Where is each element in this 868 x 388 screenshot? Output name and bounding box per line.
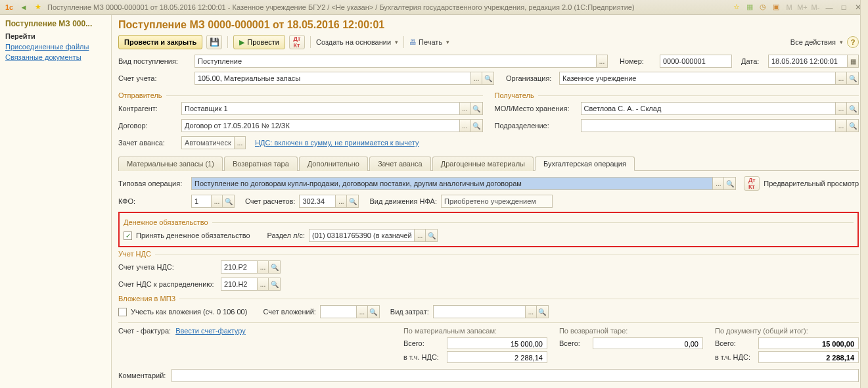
calc-icon[interactable]: M <box>784 2 794 12</box>
dept-label: Подразделение: <box>495 122 577 130</box>
contract-search-button[interactable]: 🔍 <box>471 119 483 132</box>
avans-input[interactable] <box>181 136 234 149</box>
acct-search-button[interactable]: 🔍 <box>482 72 494 85</box>
storage-input[interactable] <box>581 102 836 115</box>
main-content: Поступление МЗ 0000-000001 от 18.05.2016… <box>112 15 868 388</box>
comment-input[interactable] <box>171 369 859 382</box>
settle-select-button[interactable]: ... <box>335 195 347 208</box>
nds-acct-input[interactable] <box>221 260 257 274</box>
minimize-button[interactable]: — <box>823 2 835 12</box>
m-plus-icon[interactable]: M+ <box>797 2 808 12</box>
contract-select-button[interactable]: ... <box>459 119 471 132</box>
vid-select-button[interactable]: ... <box>596 55 608 68</box>
maximize-button[interactable]: □ <box>838 2 850 12</box>
ls-select-button[interactable]: ... <box>414 229 426 242</box>
create-based-dropdown[interactable]: Создать на основании <box>316 38 398 46</box>
kfo-search-button[interactable]: 🔍 <box>223 195 235 208</box>
type-op-select-button[interactable]: ... <box>712 177 724 190</box>
acct-input[interactable] <box>194 72 470 85</box>
nds-mode-link[interactable]: НДС: включен в сумму, не принимается к в… <box>255 139 419 147</box>
tab-tare[interactable]: Возвратная тара <box>224 157 298 171</box>
inv-acct-input[interactable] <box>320 305 356 318</box>
favorite-icon[interactable]: ★ <box>33 2 43 12</box>
side-panel-title: Поступление МЗ 000... <box>5 19 106 28</box>
side-link-files[interactable]: Присоединенные файлы <box>5 41 106 52</box>
org-search-button[interactable]: 🔍 <box>847 72 859 85</box>
dk-icon-button[interactable]: ДтКт <box>289 35 305 49</box>
preview-label[interactable]: Предварительный просмотр <box>764 180 859 187</box>
tab-accounting[interactable]: Бухгалтерская операция <box>535 157 635 171</box>
help-button[interactable]: ? <box>847 36 859 48</box>
nds-distr-input[interactable] <box>221 278 257 291</box>
org-select-button[interactable]: ... <box>835 72 847 85</box>
m-minus-icon[interactable]: M- <box>810 2 821 12</box>
side-nav-header: Перейти <box>5 31 106 41</box>
contract-input[interactable] <box>181 119 459 132</box>
nds-distr-search-button[interactable]: 🔍 <box>269 278 281 291</box>
back-icon[interactable]: ◄ <box>18 2 29 12</box>
counterparty-input[interactable] <box>181 102 459 115</box>
dk-preview-icon[interactable]: ДтКт <box>744 176 760 191</box>
invoice-enter-link[interactable]: Ввести счет-фактуру <box>175 327 246 335</box>
clock-icon[interactable]: ◷ <box>758 2 768 12</box>
accept-obligation-label: Принять денежное обязательство <box>136 231 250 239</box>
date-input[interactable] <box>768 55 847 68</box>
accept-obligation-checkbox[interactable]: ✓ <box>124 231 132 240</box>
print-dropdown[interactable]: 🖶Печать <box>409 38 449 46</box>
cost-search-button[interactable]: 🔍 <box>537 305 549 318</box>
acct-select-button[interactable]: ... <box>470 72 482 85</box>
mat-total-label: По материальным запасам: <box>403 327 547 335</box>
ls-search-button[interactable]: 🔍 <box>426 229 438 242</box>
storage-select-button[interactable]: ... <box>835 102 847 115</box>
nds-acct-search-button[interactable]: 🔍 <box>269 260 281 274</box>
toolbar: Провести и закрыть 💾 ▶Провести ДтКт Созд… <box>118 35 859 49</box>
star-icon[interactable]: ☆ <box>731 2 742 12</box>
num-input[interactable] <box>660 55 732 68</box>
inv-acct-select-button[interactable]: ... <box>356 305 368 318</box>
dept-input[interactable] <box>581 119 836 132</box>
cost-label: Вид затрат: <box>390 308 429 316</box>
save-icon-button[interactable]: 💾 <box>206 35 222 49</box>
tab-avans[interactable]: Зачет аванса <box>369 157 431 171</box>
type-op-search-button[interactable]: 🔍 <box>724 177 736 190</box>
counterparty-select-button[interactable]: ... <box>459 102 471 115</box>
tab-materials[interactable]: Материальные запасы (1) <box>118 157 223 171</box>
cost-select-button[interactable]: ... <box>525 305 537 318</box>
nds-acct-select-button[interactable]: ... <box>257 260 269 274</box>
acct-label: Счет учета: <box>118 74 191 82</box>
avans-select-button[interactable]: ... <box>234 136 246 149</box>
vertical-scrollbar[interactable] <box>860 0 868 388</box>
post-and-close-button[interactable]: Провести и закрыть <box>118 35 202 49</box>
tab-precious[interactable]: Драгоценные материалы <box>432 157 534 171</box>
vid-input[interactable] <box>194 55 596 68</box>
storage-label: МОЛ/Место хранения: <box>495 105 577 112</box>
money-section-label: Денежное обязательство <box>124 218 208 226</box>
doc-total-label: По документу (общий итог): <box>715 327 859 335</box>
cost-input[interactable] <box>433 305 525 318</box>
settle-search-button[interactable]: 🔍 <box>347 195 359 208</box>
dept-search-button[interactable]: 🔍 <box>847 119 859 132</box>
type-op-input[interactable] <box>191 177 712 190</box>
counterparty-label: Контрагент: <box>118 105 177 112</box>
mpz-checkbox[interactable] <box>118 308 127 316</box>
inv-acct-search-button[interactable]: 🔍 <box>368 305 380 318</box>
recipient-section-label: Получатель <box>495 91 534 99</box>
side-link-related[interactable]: Связанные документы <box>5 52 106 62</box>
tab-extra[interactable]: Дополнительно <box>299 157 368 171</box>
date-calendar-button[interactable]: ▦ <box>847 55 859 68</box>
kfo-input[interactable] <box>191 195 211 208</box>
dept-select-button[interactable]: ... <box>835 119 847 132</box>
settle-input[interactable] <box>299 195 335 208</box>
doc-total-row-label: Всего: <box>715 339 754 347</box>
nds-distr-select-button[interactable]: ... <box>257 278 269 291</box>
org-input[interactable] <box>559 72 835 85</box>
all-actions-dropdown[interactable]: Все действия <box>790 38 843 46</box>
calendar-icon[interactable]: ▣ <box>771 2 781 12</box>
kfo-select-button[interactable]: ... <box>211 195 223 208</box>
ls-input[interactable] <box>309 229 414 242</box>
post-button[interactable]: ▶Провести <box>233 35 285 49</box>
money-obligation-highlight: Денежное обязательство ✓ Принять денежно… <box>118 212 859 247</box>
counterparty-search-button[interactable]: 🔍 <box>471 102 483 115</box>
storage-search-button[interactable]: 🔍 <box>847 102 859 115</box>
grid-icon[interactable]: ▦ <box>744 2 755 12</box>
